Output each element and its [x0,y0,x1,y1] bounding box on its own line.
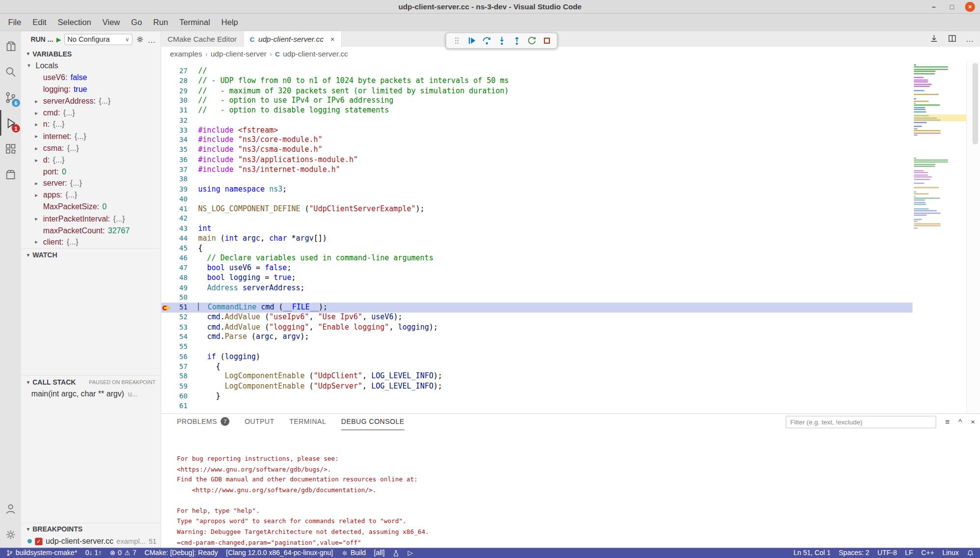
code-line[interactable]: 58 LogComponentEnable ("UdpClient", LOG_… [161,371,912,381]
gutter-glyph[interactable] [161,401,172,411]
variable-row[interactable]: maxPacketCount:32767 [21,224,161,236]
tab-terminal[interactable]: TERMINAL [289,414,326,430]
gutter-glyph[interactable] [161,195,172,204]
close-tab-icon[interactable]: × [330,35,335,44]
run-and-debug-icon[interactable]: 1 [0,110,21,136]
variable-row[interactable]: ▸cmd:{...} [21,107,161,119]
code-line[interactable]: 35#include "ns3/csma-module.h" [161,145,912,155]
code-line[interactable]: 50 [161,293,912,303]
minimap[interactable] [914,64,966,413]
close-button[interactable]: × [965,2,975,12]
debug-launch-icon[interactable]: ▷ [408,549,413,557]
cursor-position-status[interactable]: Ln 51, Col 1 [793,549,831,557]
code-line[interactable]: 56 if (logging) [161,352,912,362]
code-line[interactable]: 40 [161,195,912,204]
title-bar[interactable]: udp-client-server.cc - ns-3-dev - Visual… [0,0,980,14]
menu-edit[interactable]: Edit [27,16,52,29]
code-line[interactable]: 61 [161,401,912,411]
gutter-glyph[interactable] [161,76,172,86]
code-line[interactable]: 49 Address serverAddress; [161,283,912,293]
test-flask-icon[interactable] [393,549,400,556]
call-stack-section-header[interactable]: ▾ CALL STACK PAUSED ON BREAKPOINT [21,375,161,388]
gutter-glyph[interactable] [161,204,172,214]
watch-section-header[interactable]: ▾ WATCH [21,248,161,260]
start-debug-icon[interactable]: ▶ [56,36,61,43]
gutter-glyph[interactable] [161,96,172,106]
menu-terminal[interactable]: Terminal [174,16,216,29]
variable-row[interactable]: port:0 [21,166,161,178]
gutter-glyph[interactable] [161,115,172,125]
split-editor-icon[interactable] [948,33,957,45]
debug-console-output[interactable]: For bug reporting instructions, please s… [161,430,980,548]
minimize-button[interactable]: – [929,2,939,12]
breadcrumb-item[interactable]: udp-client-server.cc [283,50,348,58]
gutter-glyph[interactable] [161,106,172,115]
continue-button[interactable] [465,34,478,47]
arrow-download-icon[interactable] [929,33,939,45]
code-line[interactable]: 42 [161,214,912,224]
gutter-glyph[interactable] [161,293,172,303]
debug-gear-icon[interactable] [136,35,144,44]
code-line[interactable]: 37#include "ns3/internet-module.h" [161,165,912,174]
breadcrumb[interactable]: examples › udp-client-server › C udp-cli… [161,47,980,60]
code-line[interactable]: 27// [161,66,912,76]
console-filter-input[interactable] [786,416,937,428]
gutter-glyph[interactable] [161,352,172,362]
code-line[interactable]: 29// - maximum of 320 packets sent (or l… [161,86,912,96]
code-line[interactable]: 51 CommandLine cmd (__FILE__); [161,303,912,312]
editor-scrollbar[interactable] [966,60,980,413]
menu-view[interactable]: View [97,16,125,29]
cmake-view-icon[interactable] [0,161,21,187]
cmake-status[interactable]: CMake: [Debug]: Ready [144,549,218,557]
gutter-glyph[interactable] [161,66,172,76]
variable-row[interactable]: ▸serverAddress:{...} [21,95,161,107]
scope-locals[interactable]: ▾ Locals [21,60,161,72]
variable-row[interactable]: ▸interPacketInterval:{...} [21,213,161,224]
gutter-glyph[interactable] [161,273,172,283]
gutter-glyph[interactable] [161,371,172,381]
breadcrumb-item[interactable]: examples [170,50,202,58]
variable-row[interactable]: ▸n:{...} [21,119,161,131]
code-line[interactable]: 38 [161,174,912,184]
more-actions-icon[interactable]: … [966,34,974,44]
stop-button[interactable] [540,34,553,47]
notifications-bell-icon[interactable] [967,549,974,556]
maximize-panel-icon[interactable]: ^ [958,418,962,426]
os-status[interactable]: Linux [942,549,958,557]
breakpoint-row[interactable]: ✓ udp-client-server.cc exampl... 51 [21,535,161,547]
search-icon[interactable] [0,59,21,84]
gutter-glyph[interactable] [161,362,172,371]
menu-help[interactable]: Help [216,16,244,29]
scrollbar-thumb[interactable] [973,63,978,144]
code-line[interactable]: 34#include "ns3/core-module.h" [161,135,912,145]
code-line[interactable]: 55 [161,342,912,352]
code-line[interactable]: 60 } [161,391,912,401]
gutter-glyph[interactable] [161,342,172,352]
drag-handle-icon[interactable] [450,34,463,47]
gutter-glyph[interactable] [161,332,172,342]
code-line[interactable]: 47 bool useV6 = false; [161,263,912,273]
code-line[interactable]: 59 LogComponentEnable ("UdpServer", LOG_… [161,382,912,391]
variable-row[interactable]: useV6:false [21,72,161,84]
variable-row[interactable]: ▸d:{...} [21,154,161,166]
code-line[interactable]: 52 cmd.AddValue ("useIpv6", "Use Ipv6", … [161,312,912,322]
menu-file[interactable]: File [2,16,27,29]
tab-udp-client-server[interactable]: C udp-client-server.cc × [244,31,342,47]
gutter-glyph[interactable] [161,125,172,135]
step-into-button[interactable] [495,34,508,47]
gutter-glyph[interactable] [161,135,172,145]
gutter-glyph[interactable] [161,86,172,96]
gutter-glyph[interactable] [161,253,172,263]
variable-row[interactable]: ▸client:{...} [21,236,161,248]
gutter-glyph[interactable] [161,382,172,391]
variables-section-header[interactable]: ▾ VARIABLES [21,48,161,60]
code-line[interactable]: 41NS_LOG_COMPONENT_DEFINE ("UdpClientSer… [161,204,912,214]
gutter-glyph[interactable] [161,234,172,244]
gutter-glyph[interactable] [161,145,172,155]
code-line[interactable]: 30// - option to use IPv4 or IPv6 addres… [161,96,912,106]
cmake-kit-status[interactable]: [Clang 12.0.0 x86_64-pc-linux-gnu] [226,549,333,557]
stack-frame[interactable]: main(int argc, char ** argv) u... [21,388,161,399]
gutter-glyph[interactable] [161,185,172,195]
close-panel-icon[interactable]: × [971,418,975,426]
breakpoint-checkbox[interactable]: ✓ [35,537,42,545]
